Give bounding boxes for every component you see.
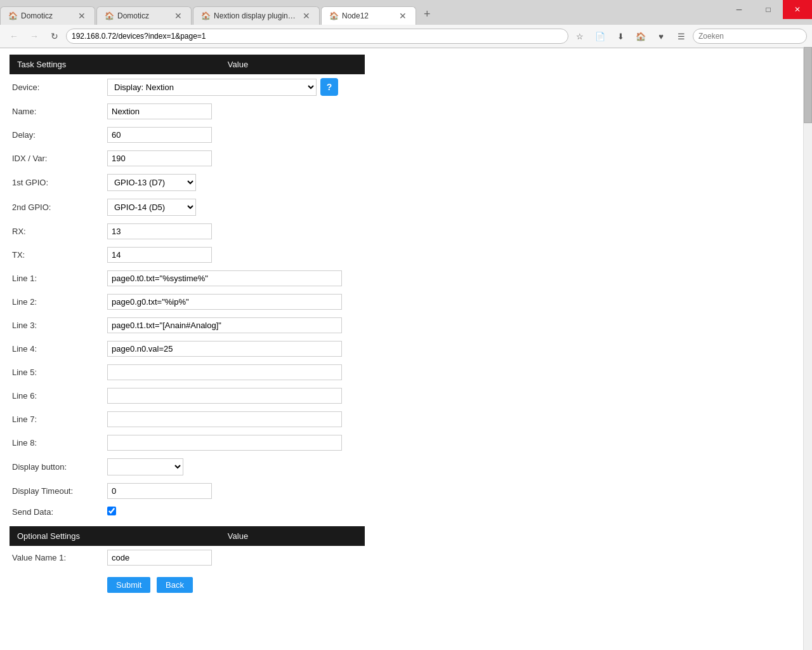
value-name1-label: Value Name 1:: [12, 553, 107, 562]
maximize-button[interactable]: □: [754, 0, 783, 19]
rx-label: RX:: [12, 227, 107, 236]
display-button-select[interactable]: [107, 458, 183, 475]
line8-label: Line 8:: [12, 438, 107, 448]
window-controls: ─ □ ✕: [724, 0, 812, 19]
line6-label: Line 6:: [12, 391, 107, 401]
submit-button[interactable]: Submit: [107, 577, 150, 593]
task-header-col1: Task Settings: [10, 55, 111, 74]
back-button[interactable]: ←: [5, 27, 23, 45]
gpio2-row: 2nd GPIO: GPIO-14 (D5): [10, 195, 358, 220]
send-data-checkbox[interactable]: [107, 507, 116, 515]
tab-close-4[interactable]: ✕: [398, 11, 408, 21]
home-icon[interactable]: 🏠: [632, 27, 650, 45]
action-buttons: Submit Back: [107, 577, 356, 593]
tab-close-2[interactable]: ✕: [173, 11, 183, 21]
display-button-value: [107, 458, 356, 475]
line2-label: Line 2:: [12, 297, 107, 307]
help-button[interactable]: ?: [320, 78, 338, 96]
reader-icon[interactable]: 📄: [591, 27, 609, 45]
line3-row: Line 3:: [10, 314, 358, 337]
line8-value: [107, 435, 356, 451]
display-button-label: Display button:: [12, 462, 107, 472]
name-input[interactable]: [107, 103, 212, 119]
tab-domoticz-1[interactable]: 🏠 Domoticz ✕: [0, 6, 95, 25]
idx-value: [107, 150, 356, 166]
tab-close-3[interactable]: ✕: [301, 11, 311, 21]
star-icon[interactable]: ☆: [571, 27, 589, 45]
search-input[interactable]: [693, 29, 807, 44]
line5-input[interactable]: [107, 364, 342, 380]
line8-row: Line 8:: [10, 431, 358, 454]
tab-close-1[interactable]: ✕: [77, 11, 87, 21]
device-select[interactable]: Display: Nextion: [107, 79, 317, 96]
gpio1-value: GPIO-13 (D7): [107, 174, 356, 191]
send-data-row: Send Data:: [10, 503, 358, 521]
back-page-button[interactable]: Back: [157, 577, 193, 593]
tab-domoticz-2[interactable]: 🏠 Domoticz ✕: [96, 6, 192, 25]
tab-label-1: Domoticz: [21, 11, 73, 20]
line7-input[interactable]: [107, 411, 342, 427]
tab-favicon-4: 🏠: [329, 11, 338, 20]
value-name1-input[interactable]: [107, 550, 212, 566]
line1-input[interactable]: [107, 270, 342, 286]
tab-favicon-3: 🏠: [201, 11, 210, 20]
delay-value: [107, 127, 356, 143]
minimize-button[interactable]: ─: [724, 0, 754, 19]
tab-label-4: Node12: [342, 11, 394, 20]
line1-row: Line 1:: [10, 267, 358, 290]
line3-value: [107, 317, 356, 333]
line4-input[interactable]: [107, 341, 342, 357]
forward-button[interactable]: →: [25, 27, 43, 45]
display-timeout-input[interactable]: [107, 483, 212, 499]
reload-button[interactable]: ↻: [46, 27, 63, 45]
line5-label: Line 5:: [12, 368, 107, 377]
scrollbar[interactable]: [803, 47, 812, 650]
tab-node12[interactable]: 🏠 Node12 ✕: [321, 6, 416, 25]
line2-input[interactable]: [107, 294, 342, 310]
new-tab-button[interactable]: +: [417, 4, 437, 25]
idx-input[interactable]: [107, 150, 212, 166]
optional-header-col2: Value: [111, 526, 365, 546]
content-wrapper: Task Settings Value Device: Display: Nex…: [0, 48, 368, 603]
tx-label: TX:: [12, 250, 107, 260]
close-button[interactable]: ✕: [783, 0, 812, 19]
task-settings-header: Task Settings Value: [10, 55, 365, 74]
scrollbar-thumb[interactable]: [804, 47, 812, 123]
gpio1-select[interactable]: GPIO-13 (D7): [107, 174, 196, 191]
line8-input[interactable]: [107, 435, 342, 451]
line6-input[interactable]: [107, 388, 342, 404]
delay-input[interactable]: [107, 127, 212, 143]
line1-value: [107, 270, 356, 286]
optional-settings-table: Optional Settings Value: [10, 526, 365, 546]
name-value: [107, 103, 356, 119]
line3-input[interactable]: [107, 317, 342, 333]
line6-row: Line 6:: [10, 384, 358, 408]
send-data-value: [107, 507, 356, 517]
display-timeout-label: Display Timeout:: [12, 486, 107, 496]
tab-nextion[interactable]: 🏠 Nextion display plugin - Pagina... ✕: [193, 6, 320, 25]
line5-value: [107, 364, 356, 380]
value-name1-row: Value Name 1:: [10, 546, 358, 569]
display-button-row: Display button:: [10, 454, 358, 479]
gpio2-select[interactable]: GPIO-14 (D5): [107, 199, 196, 216]
address-input[interactable]: [66, 29, 568, 44]
rx-value: [107, 223, 356, 239]
task-settings-table: Task Settings Value: [10, 55, 365, 74]
gpio1-label: 1st GPIO:: [12, 178, 107, 187]
menu-icon[interactable]: ☰: [672, 27, 690, 45]
line5-row: Line 5:: [10, 361, 358, 384]
line2-value: [107, 294, 356, 310]
idx-row: IDX / Var:: [10, 147, 358, 170]
task-header-col2: Value: [111, 55, 365, 74]
gpio2-label: 2nd GPIO:: [12, 202, 107, 212]
rx-row: RX:: [10, 220, 358, 243]
tx-input[interactable]: [107, 247, 212, 263]
gpio2-value: GPIO-14 (D5): [107, 199, 356, 216]
shield-icon[interactable]: ♥: [652, 27, 670, 45]
value-name1-value: [107, 550, 356, 566]
action-buttons-row: Submit Back: [10, 573, 358, 597]
download-icon[interactable]: ⬇: [612, 27, 629, 45]
rx-input[interactable]: [107, 223, 212, 239]
idx-label: IDX / Var:: [12, 154, 107, 163]
toolbar-icons: ☆ 📄 ⬇ 🏠 ♥ ☰: [571, 27, 690, 45]
